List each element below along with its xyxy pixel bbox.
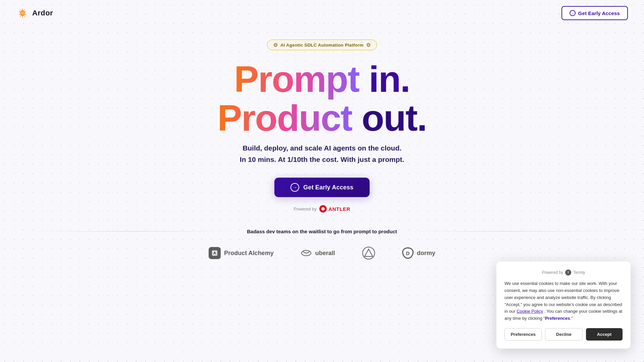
cookie-policy-link[interactable]: Cookie Policy	[517, 309, 543, 314]
dormy-label: dormy	[417, 250, 435, 257]
hero-cta-arrow-icon: →	[290, 183, 299, 192]
antler-logo: ANTLER	[319, 205, 350, 213]
logo-product-alchemy: Product Alchemy	[209, 247, 273, 259]
hero-section: ⊙ AI Agentic SDLC Automation Platform ⊙ …	[0, 26, 644, 229]
product-alchemy-icon	[209, 247, 221, 259]
logo[interactable]: Ardor	[16, 7, 53, 19]
social-proof-divider: Badass dev teams on the waitlist to go f…	[27, 229, 617, 234]
dormy-icon: D	[402, 247, 414, 259]
divider-text: Badass dev teams on the waitlist to go f…	[247, 229, 397, 234]
cookie-banner: Powered by T Termly We use essential coo…	[496, 261, 631, 349]
uberall-icon	[301, 247, 312, 259]
logo-uberall: uberall	[301, 247, 335, 259]
hero-sub-line2: In 10 mins. At 1/10th the cost. With jus…	[240, 156, 404, 163]
decline-button[interactable]: Decline	[545, 328, 582, 341]
badge-text: AI Agentic SDLC Automation Platform	[280, 43, 364, 48]
ardor-logo-icon	[16, 7, 29, 19]
termly-header: Powered by T Termly	[504, 269, 623, 276]
nav-cta-button[interactable]: → Get Early Access	[561, 6, 628, 20]
accept-button[interactable]: Accept	[586, 328, 623, 341]
svg-point-0	[21, 11, 24, 15]
termly-brand: Termly	[573, 270, 585, 275]
hero-word-product: Product	[217, 97, 352, 138]
cookie-text: We use essential cookies to make our sit…	[504, 280, 623, 322]
triangle-icon	[362, 246, 375, 260]
nav-cta-label: Get Early Access	[578, 10, 620, 16]
badge: ⊙ AI Agentic SDLC Automation Platform ⊙	[267, 40, 377, 50]
hero-subtext: Build, deploy, and scale AI agents on th…	[240, 142, 404, 165]
hero-word-out: out.	[352, 97, 427, 138]
hero-cta-button[interactable]: → Get Early Access	[274, 178, 369, 197]
product-alchemy-label: Product Alchemy	[224, 250, 273, 257]
svg-marker-5	[365, 249, 373, 256]
uberall-label: uberall	[315, 250, 335, 257]
hero-sub-line1: Build, deploy, and scale AI agents on th…	[243, 144, 401, 152]
cookie-buttons: Preferences Decline Accept	[504, 328, 623, 341]
logo-dormy: D dormy	[402, 247, 435, 259]
hero-word-in: in.	[359, 58, 410, 100]
preferences-button[interactable]: Preferences	[504, 328, 542, 341]
hero-heading: Prompt in. Product out.	[217, 60, 427, 137]
badge-icon-left: ⊙	[273, 42, 278, 48]
divider-line-left	[27, 231, 240, 232]
antler-brand-name: ANTLER	[328, 206, 350, 212]
navbar: Ardor → Get Early Access	[0, 0, 644, 26]
termly-icon: T	[565, 269, 571, 276]
powered-by: Powered by ANTLER	[294, 205, 351, 213]
logo-triangle	[362, 246, 375, 260]
hero-word-prompt: Prompt	[234, 58, 359, 100]
cookie-body-end: ."	[570, 316, 573, 321]
nav-cta-arrow-icon: →	[570, 10, 576, 16]
logos-row: Product Alchemy uberall D	[27, 246, 617, 260]
antler-icon	[319, 205, 327, 213]
divider-line-right	[404, 231, 617, 232]
termly-powered-by: Powered by	[542, 270, 563, 275]
hero-cta-label: Get Early Access	[303, 184, 353, 191]
svg-point-2	[214, 252, 215, 254]
powered-by-prefix: Powered by	[294, 206, 317, 212]
badge-icon-right: ⊙	[366, 42, 371, 48]
logo-text: Ardor	[32, 9, 53, 17]
cookie-preferences-link[interactable]: Preferences	[545, 316, 570, 321]
